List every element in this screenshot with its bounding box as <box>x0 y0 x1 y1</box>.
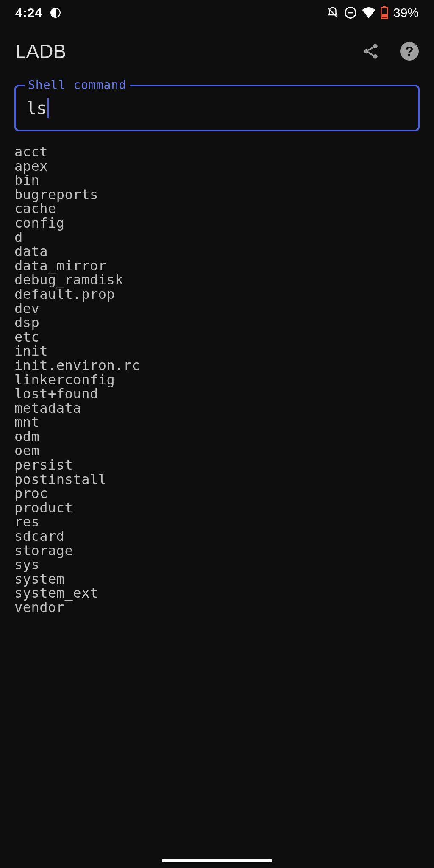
text-cursor <box>47 98 49 118</box>
share-icon[interactable] <box>362 42 380 60</box>
output-line: system <box>14 572 420 587</box>
output-line: res <box>14 515 420 529</box>
output-line: default.prop <box>14 287 420 302</box>
output-line: config <box>14 216 420 231</box>
app-title: LADB <box>15 40 66 63</box>
output-line: sdcard <box>14 529 420 544</box>
output-line: proc <box>14 487 420 501</box>
output-line: system_ext <box>14 586 420 601</box>
output-line: persist <box>14 458 420 473</box>
app-bar: LADB ? <box>0 25 434 72</box>
output-line: product <box>14 501 420 515</box>
output-line: lost+found <box>14 387 420 401</box>
battery-icon <box>381 6 388 19</box>
output-line: debug_ramdisk <box>14 273 420 287</box>
output-line: metadata <box>14 401 420 416</box>
output-line: linkerconfig <box>14 373 420 387</box>
output-line: cache <box>14 202 420 216</box>
status-bar: 4:24 39% <box>0 0 434 25</box>
nav-home-pill[interactable] <box>162 859 272 862</box>
help-label: ? <box>405 44 414 59</box>
output-line: dev <box>14 302 420 316</box>
battery-percent: 39% <box>393 6 419 20</box>
shell-command-field[interactable]: Shell command ls <box>14 85 420 131</box>
output-line: vendor <box>14 601 420 615</box>
svg-rect-5 <box>382 14 387 17</box>
shell-command-value: ls <box>26 98 49 118</box>
shell-output: acctapexbinbugreportscacheconfigddatadat… <box>0 142 434 618</box>
output-line: apex <box>14 159 420 174</box>
output-line: d <box>14 231 420 245</box>
output-line: data <box>14 245 420 259</box>
wifi-icon <box>362 7 376 18</box>
svg-point-6 <box>373 44 378 49</box>
output-line: bugreports <box>14 188 420 202</box>
clock: 4:24 <box>15 6 42 20</box>
output-line: postinstall <box>14 473 420 487</box>
help-icon[interactable]: ? <box>400 42 419 61</box>
output-line: bin <box>14 173 420 188</box>
output-line: dsp <box>14 316 420 330</box>
shell-command-label: Shell command <box>25 78 130 92</box>
output-line: odm <box>14 430 420 444</box>
dnd-icon <box>344 6 357 19</box>
output-line: oem <box>14 444 420 458</box>
output-line: storage <box>14 544 420 558</box>
shell-command-text: ls <box>26 98 47 118</box>
output-line: init <box>14 344 420 359</box>
svg-point-8 <box>373 54 378 59</box>
notifications-off-icon <box>326 6 339 19</box>
status-right: 39% <box>326 6 419 20</box>
app-notification-icon <box>50 7 61 18</box>
output-line: etc <box>14 330 420 345</box>
output-line: data_mirror <box>14 259 420 273</box>
output-line: sys <box>14 558 420 572</box>
output-line: mnt <box>14 415 420 430</box>
status-left: 4:24 <box>15 6 61 20</box>
output-line: acct <box>14 145 420 159</box>
svg-point-7 <box>364 49 369 54</box>
app-actions: ? <box>362 42 419 61</box>
output-line: init.environ.rc <box>14 359 420 373</box>
